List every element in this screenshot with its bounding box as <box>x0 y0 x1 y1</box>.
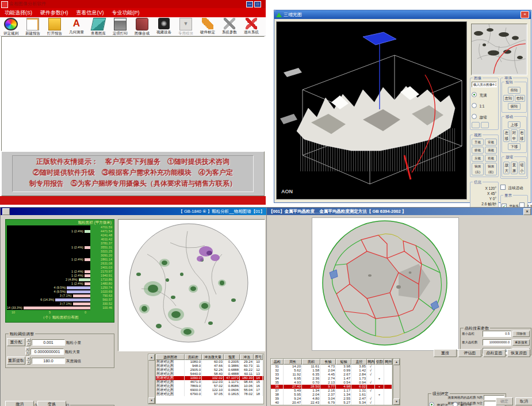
toolbar-button[interactable]: 系统参数 <box>219 17 240 36</box>
column-header[interactable]: 直径 <box>351 359 367 365</box>
cancel-button[interactable]: 取消 <box>515 397 532 405</box>
table-row[interactable]: 40 20.47 22.43 6.79 5.27 5.34 √ <box>271 401 392 405</box>
redistribute-button[interactable]: 重分配 <box>7 338 25 346</box>
column-header[interactable]: 晶粒 <box>271 359 284 365</box>
column-header[interactable]: 短轴 <box>336 359 351 365</box>
grain-image-panel[interactable] <box>312 217 459 351</box>
toolbar-button[interactable]: 专用模块 <box>175 17 197 36</box>
toolbar-button[interactable]: 几何测量 <box>66 17 87 36</box>
view-button[interactable]: 轴测(右) <box>485 163 497 175</box>
method-radio[interactable]: 截点法 <box>453 399 472 406</box>
table-row[interactable]: 32 5.62 1.58 2.04 0.99 1.42 √ <box>271 369 392 373</box>
toolbar-button[interactable]: 退出系统 <box>240 17 262 36</box>
rotate-left-button[interactable]: 左转 <box>503 95 514 102</box>
view-button[interactable]: 背视 <box>485 139 497 145</box>
column-header[interactable]: 面积差 <box>185 354 202 360</box>
param-field[interactable]: 0.5 <box>483 331 511 337</box>
table-row[interactable]: 37 5.49 1.34 2.16 1.17 1.31 √ <box>271 389 392 393</box>
continuous-motion-check[interactable]: 连续运动 <box>500 181 528 191</box>
column-header[interactable]: 冲淡 <box>240 354 254 360</box>
column-header[interactable]: 预置 <box>224 354 240 360</box>
table-row[interactable]: 图谱对比图 5440.0 58.40 0.4888 60.11 13 <box>156 372 263 376</box>
toolbar-button[interactable]: 图像合成 <box>131 17 153 36</box>
window-icon[interactable] <box>2 208 10 215</box>
toolbar-button[interactable]: 新建报告 <box>22 17 44 36</box>
table-row[interactable]: 38 5.95 2.04 2.37 1.34 1.61 + <box>271 393 392 397</box>
column-header[interactable]: 长轴 <box>320 359 336 365</box>
scroll-up-icon[interactable]: ▲ <box>148 354 155 361</box>
gray-threshold-field[interactable]: 180.0 <box>32 358 65 364</box>
zoom-in-button[interactable]: 放大 <box>503 162 510 174</box>
min-particle-field[interactable]: 0.001 <box>32 339 65 346</box>
menu-item[interactable]: 功能选择(S) <box>5 8 32 17</box>
toolbar-button[interactable]: 打开报告 <box>44 17 66 36</box>
view-button[interactable]: 右视 <box>485 155 497 162</box>
table-row[interactable]: 图谱对比图 1090.0 102.02 47.1073 180.30 14 <box>156 376 263 380</box>
table-row[interactable]: 35 4.93 0.70 2.13 0.54 0.94 √ <box>271 381 392 385</box>
action-button[interactable]: 重搜 <box>434 349 457 357</box>
table-row[interactable]: 图谱对比图 7869.0 57.02 0.8086 10.06 16 <box>156 384 263 388</box>
param-field[interactable]: 1000000000.0 <box>483 339 511 346</box>
view-button[interactable]: 底视 <box>485 147 497 154</box>
scroll-down-icon[interactable]: ▼ <box>148 397 155 404</box>
ok-button[interactable]: 确定 <box>496 397 513 405</box>
demo-image-combo[interactable]: 载入演示图像4-3 <box>472 82 497 87</box>
maximize-button[interactable]: □ <box>254 1 261 7</box>
table-row[interactable]: 图谱对比图 4671.0 112.03 1.1171 98.44 15 <box>156 380 263 384</box>
table-row[interactable]: 31 14.20 11.61 4.73 3.98 3.85 √ <box>271 365 392 369</box>
table-row[interactable]: 图谱对比图 948.0 47.66 0.3886 60.73 11 <box>156 364 263 368</box>
param-button[interactable]: 重新搜索 <box>512 339 530 346</box>
toolbar-button[interactable]: 硬件标定 <box>197 17 219 36</box>
view-button[interactable]: 俯视 <box>472 147 484 154</box>
view-button[interactable]: 左视 <box>472 155 484 162</box>
move-left-button[interactable]: 左移 <box>503 129 510 142</box>
column-header[interactable]: 序号 <box>254 354 263 360</box>
rotate-right-button[interactable]: 右转 <box>515 95 525 102</box>
table-scrollbar[interactable]: ▲ ▼ <box>393 358 400 405</box>
table-row[interactable]: 图谱对比图 6790.0 97.05 0.1815 78.02 18 <box>156 392 263 396</box>
column-header[interactable]: 面积 <box>302 359 320 365</box>
spinner[interactable]: ▲▼ <box>26 338 30 346</box>
column-header[interactable]: 切割 <box>375 359 384 365</box>
scale-radio[interactable]: 1:1 <box>472 99 485 110</box>
close-icon[interactable]: × <box>523 208 531 215</box>
column-header[interactable]: 网内 <box>367 359 375 365</box>
close-icon[interactable]: × <box>520 11 529 18</box>
param-button[interactable]: 排除值 <box>512 331 530 337</box>
thumb-list-button[interactable] <box>481 122 489 128</box>
column-header[interactable]: 选择图谱 <box>156 354 185 360</box>
table-row[interactable]: 33 11.92 6.35 4.45 2.67 2.84 √ <box>271 373 392 377</box>
table-row[interactable]: 图谱对比图 2905.0 52.26 0.6888 69.22 12 <box>156 368 263 372</box>
method-radio[interactable]: 面积法 <box>429 399 448 406</box>
zoom-out-button[interactable]: 缩小 <box>519 162 525 174</box>
column-header[interactable]: 冲淡微大量 <box>202 354 224 360</box>
rotate-down-button[interactable]: 俯转 <box>508 103 520 110</box>
table-row[interactable]: 39 9.24 4.80 3.04 2.55 2.47 √ <box>271 397 392 401</box>
undo-button[interactable]: 撤消 <box>5 401 34 406</box>
move-right-button[interactable]: 右移 <box>519 129 525 142</box>
action-button[interactable]: 评估图 <box>458 349 481 357</box>
thumb-grid-button[interactable] <box>472 122 480 128</box>
max-particle-field[interactable]: 0.0000000001 <box>30 348 64 355</box>
spinner[interactable]: ▲▼ <box>25 347 29 355</box>
menu-item[interactable]: 专业功能(P) <box>112 8 140 17</box>
move-center-button[interactable]: 对中 <box>511 129 517 142</box>
table-row[interactable]: 图谱对比图 1080.0 60.03 0.2005 29.24 10 <box>156 360 263 364</box>
toolbar-button[interactable]: 定倍打印 <box>109 17 131 36</box>
rotate-up-button[interactable]: 仰转 <box>508 87 520 94</box>
minimize-button[interactable]: — <box>246 1 253 7</box>
table-row[interactable]: 34 6.95 2.36 2.74 1.47 1.73 + <box>271 377 392 381</box>
zoom-reset-button[interactable]: 复原 <box>511 162 517 174</box>
scale-radio[interactable]: 放缩 <box>472 110 487 121</box>
action-button[interactable]: 晶粒直图 <box>483 349 506 357</box>
table-row[interactable]: 图谱对比图 6900.0 122.10 0.0606 55.04 17 <box>156 388 263 392</box>
view-button[interactable]: 主视 <box>472 139 484 145</box>
column-header[interactable]: 网外 <box>384 359 392 365</box>
menu-item[interactable]: 查看信息(V) <box>76 8 104 17</box>
table-scrollbar[interactable]: ▲ ▼ <box>148 354 155 404</box>
view-button[interactable]: 轴测(左) <box>472 163 484 175</box>
swap-button[interactable]: 变换 <box>37 401 66 406</box>
move-up-button[interactable]: 上移 <box>508 121 520 128</box>
scale-radio[interactable]: 充满 <box>472 89 487 99</box>
toolbar-button[interactable]: 视频设备 <box>153 17 175 36</box>
